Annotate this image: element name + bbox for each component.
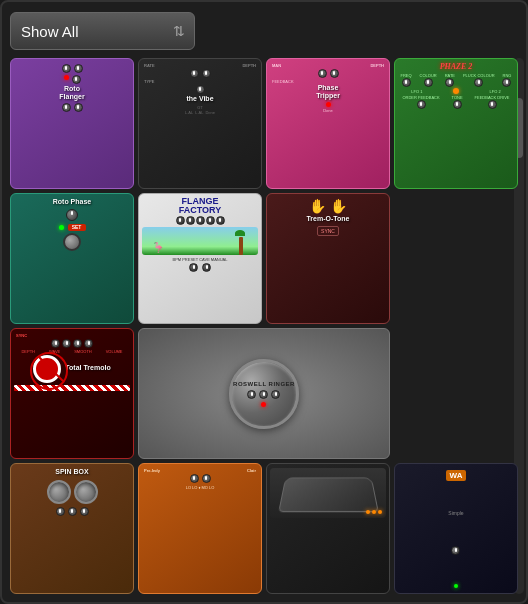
led-indicator: [372, 510, 376, 514]
led-indicator: [453, 88, 459, 94]
knob[interactable]: [330, 69, 339, 78]
pedal-name-label: Simple: [448, 510, 463, 516]
led-indicator: [326, 102, 331, 107]
led-indicator: [64, 75, 69, 80]
knob[interactable]: [189, 263, 198, 272]
footswitch[interactable]: [63, 233, 81, 251]
knob[interactable]: [417, 100, 426, 109]
pedal-name-label: PHAZE 2: [397, 62, 515, 71]
pedal-phaze2[interactable]: PHAZE 2 FREQ COLOUR RATE PLUCK COLOUR: [394, 58, 518, 189]
knob[interactable]: [84, 339, 93, 348]
hand-icon: ✋: [330, 198, 347, 214]
knob[interactable]: [402, 78, 411, 87]
knob[interactable]: [259, 390, 268, 399]
knob[interactable]: [202, 474, 211, 483]
led-indicator: [261, 402, 266, 407]
pedal-name-label: Roto Phase: [53, 198, 92, 206]
main-container: Show All ⇅ RotoFlanger: [0, 0, 528, 604]
pedal-roswell-ringer[interactable]: ROSWELL RINGER: [138, 328, 390, 459]
pedals-grid: RotoFlanger RATE DEPTH TYPE the Vibe GT: [10, 58, 518, 594]
led-indicator: [59, 225, 64, 230]
empty-cell-r3c4: [394, 328, 518, 459]
knob[interactable]: [176, 216, 185, 225]
pedal-trem-o-tone[interactable]: ✋ ✋ Trem-O-Tone SYNC: [266, 193, 390, 324]
pedal-spin-box[interactable]: SPIN BOX: [10, 463, 134, 594]
knob[interactable]: [216, 216, 225, 225]
pedal-phase-tripper[interactable]: MAN DEPTH FEEDBACK PhaseTripper Done: [266, 58, 390, 189]
knob[interactable]: [202, 263, 211, 272]
knob[interactable]: [62, 103, 71, 112]
hand-icon: ✋: [309, 198, 326, 214]
led-indicator: [454, 584, 458, 588]
knob[interactable]: [206, 216, 215, 225]
pedal-friendly[interactable]: Pre-Indy Clair LOLO♦MOLO: [138, 463, 262, 594]
pedal-name-label: SPIN BOX: [55, 468, 88, 476]
pedal-name-label: PhaseTripper: [316, 84, 340, 99]
stop-sign-icon: [33, 355, 61, 383]
knob[interactable]: [190, 474, 199, 483]
pedal-wah[interactable]: [266, 463, 390, 594]
knob[interactable]: [502, 78, 511, 87]
knob[interactable]: [68, 507, 77, 516]
knob[interactable]: [445, 78, 454, 87]
knob[interactable]: [488, 100, 497, 109]
knob[interactable]: [424, 78, 433, 87]
knob[interactable]: [271, 390, 280, 399]
knob[interactable]: [74, 103, 83, 112]
knob[interactable]: [74, 64, 83, 73]
show-all-select[interactable]: Show All: [10, 12, 195, 50]
knob[interactable]: [73, 339, 82, 348]
pedal-name-label: ROSWELL RINGER: [233, 381, 295, 387]
empty-cell-r2c4: [394, 193, 518, 324]
knob[interactable]: [318, 69, 327, 78]
led-indicator: [366, 510, 370, 514]
pedal-flange-factory[interactable]: FLANGEFACTORY 🦩 BPM PRESET CAVE MANUAL: [138, 193, 262, 324]
pedal-name-label: Total Tremolo: [65, 364, 110, 372]
toolbar: Show All ⇅: [10, 10, 518, 52]
pedal-wa[interactable]: WA Simple: [394, 463, 518, 594]
knob[interactable]: [56, 507, 65, 516]
pedal-the-vibe[interactable]: RATE DEPTH TYPE the Vibe GT L.ALL.ALDone: [138, 58, 262, 189]
knob[interactable]: [196, 85, 205, 94]
knob[interactable]: [196, 216, 205, 225]
spin-dial[interactable]: [74, 480, 98, 504]
knob[interactable]: [186, 216, 195, 225]
wa-label: WA: [446, 470, 467, 481]
pedal-roto-phase[interactable]: Roto Phase SET: [10, 193, 134, 324]
pedal-roto-flanger[interactable]: RotoFlanger: [10, 58, 134, 189]
roswell-ringer-disk: ROSWELL RINGER: [229, 359, 299, 429]
knob[interactable]: [202, 69, 211, 78]
pedal-total-tremolo[interactable]: SYNC DEPTHWAVESMOOTHVOLUME Total Tremolo: [10, 328, 134, 459]
pedal-name-label: RotoFlanger: [59, 85, 84, 100]
knob[interactable]: [72, 75, 81, 84]
show-all-wrapper[interactable]: Show All ⇅: [10, 12, 195, 50]
pedal-name-label: Trem-O-Tone: [306, 215, 349, 223]
knob[interactable]: [453, 100, 462, 109]
knob[interactable]: [474, 78, 483, 87]
knob[interactable]: [51, 339, 60, 348]
led-indicator: [378, 510, 382, 514]
spin-dial[interactable]: [47, 480, 71, 504]
knob[interactable]: [190, 69, 199, 78]
pedal-name-label: the Vibe: [186, 95, 213, 103]
knob[interactable]: [247, 390, 256, 399]
knob[interactable]: [66, 209, 78, 221]
pedal-name-label: FLANGEFACTORY: [179, 197, 222, 215]
knob[interactable]: [451, 546, 460, 555]
knob[interactable]: [62, 339, 71, 348]
knob[interactable]: [62, 64, 71, 73]
knob[interactable]: [80, 507, 89, 516]
